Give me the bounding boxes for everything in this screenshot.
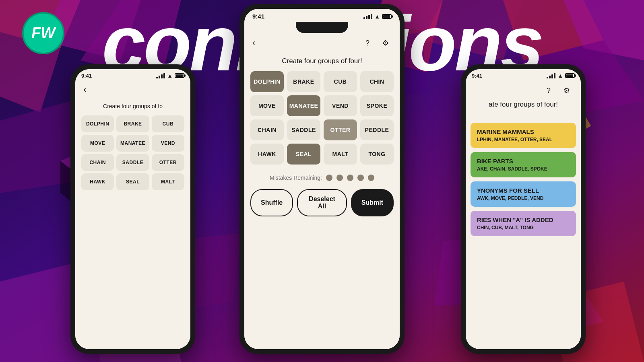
mistake-dot-3 — [347, 175, 353, 181]
action-buttons: Shuffle Deselect All Submit — [250, 189, 394, 216]
right-help-icon[interactable]: ? — [543, 84, 555, 97]
tile-chain[interactable]: CHAIN — [250, 119, 284, 140]
tile-cub[interactable]: CUB — [324, 71, 357, 92]
left-phone-status-icons: ▲ — [156, 72, 184, 79]
center-nav-icons: ? ⚙ — [361, 37, 392, 49]
result-cries: RIES WHEN "A" IS ADDED CHIN, CUB, MALT, … — [471, 211, 576, 236]
mistake-dot-5 — [368, 175, 374, 181]
marine-mammals-title: MARINE MAMMALS — [477, 128, 570, 135]
cries-words: CHIN, CUB, MALT, TONG — [477, 225, 570, 230]
center-back-button[interactable]: ‹ — [252, 38, 255, 48]
center-word-grid: DOLPHIN BRAKE CUB CHIN MOVE MANATEE VEND… — [250, 71, 394, 165]
center-battery-icon — [382, 14, 392, 19]
synonyms-words: AWK, MOVE, PEDDLE, VEND — [477, 195, 570, 201]
left-tile-brake[interactable]: BRAKE — [116, 115, 149, 132]
left-phone: 9:41 ▲ ‹ Create four groups of fo — [70, 64, 195, 354]
mistake-dot-4 — [357, 175, 364, 181]
result-bike-parts: BIKE PARTS AKE, CHAIN, SADDLE, SPOKE — [471, 152, 576, 177]
left-phone-game: Create four groups of fo DOLPHIN BRAKE C… — [75, 99, 190, 349]
center-signal-icon — [363, 14, 372, 19]
tile-move[interactable]: MOVE — [250, 95, 284, 116]
bike-parts-title: BIKE PARTS — [477, 158, 570, 165]
left-phone-status-bar: 9:41 ▲ — [75, 69, 190, 80]
help-icon[interactable]: ? — [361, 37, 374, 49]
right-game-title: ate four groups of four! — [471, 101, 576, 109]
marine-mammals-words: LPHIN, MANATEE, OTTER, SEAL — [477, 137, 570, 142]
left-back-button[interactable]: ‹ — [83, 84, 86, 95]
tile-hawk[interactable]: HAWK — [250, 144, 284, 165]
right-signal-icon — [547, 73, 555, 78]
tile-tong[interactable]: TONG — [360, 144, 394, 165]
tile-chin[interactable]: CHIN — [360, 71, 394, 92]
result-synonyms: YNONYMS FOR SELL AWK, MOVE, PEDDLE, VEND — [471, 181, 576, 207]
phone-notch — [296, 22, 348, 33]
synonyms-title: YNONYMS FOR SELL — [477, 187, 570, 194]
right-phone-nav: ? ⚙ — [466, 80, 581, 101]
tile-vend[interactable]: VEND — [324, 95, 357, 116]
fw-logo: FW — [22, 12, 64, 54]
center-phone-time: 9:41 — [252, 13, 264, 20]
center-phone: 9:41 ▲ ‹ ? — [239, 4, 405, 354]
left-tile-chain[interactable]: CHAIN — [81, 154, 114, 171]
left-tile-seal[interactable]: SEAL — [116, 173, 149, 190]
mistakes-label: Mistakes Remaining: — [270, 175, 322, 181]
settings-icon[interactable]: ⚙ — [380, 37, 392, 49]
bike-parts-words: AKE, CHAIN, SADDLE, SPOKE — [477, 166, 570, 172]
right-status-icons: ▲ — [547, 72, 575, 79]
right-settings-icon[interactable]: ⚙ — [561, 84, 573, 97]
tile-otter[interactable]: OTTER — [324, 119, 357, 140]
left-phone-time: 9:41 — [81, 73, 92, 79]
right-battery-icon — [565, 73, 575, 78]
tile-dolphin[interactable]: DOLPHIN — [250, 71, 284, 92]
left-tile-cub[interactable]: CUB — [152, 115, 184, 132]
center-phone-nav: ‹ ? ⚙ — [244, 33, 400, 53]
tile-malt[interactable]: MALT — [324, 144, 357, 165]
left-tile-manatee[interactable]: MANATEE — [116, 135, 149, 152]
right-nav-icons: ? ⚙ — [543, 84, 573, 97]
tile-saddle[interactable]: SADDLE — [287, 119, 320, 140]
right-phone: 9:41 ▲ ? ⚙ a — [461, 64, 586, 354]
tile-manatee[interactable]: MANATEE — [287, 95, 320, 116]
tile-peddle[interactable]: PEDDLE — [360, 119, 394, 140]
center-game-title: Create four groups of four! — [250, 57, 394, 65]
right-wifi-icon: ▲ — [557, 72, 563, 79]
left-tile-vend[interactable]: VEND — [152, 135, 184, 152]
center-status-bar: 9:41 ▲ — [244, 9, 400, 33]
shuffle-button[interactable]: Shuffle — [250, 189, 293, 216]
result-marine-mammals: MARINE MAMMALS LPHIN, MANATEE, OTTER, SE… — [471, 123, 576, 148]
signal-icon — [156, 73, 165, 78]
center-wifi-icon: ▲ — [374, 13, 380, 20]
deselect-button[interactable]: Deselect All — [297, 189, 347, 216]
left-tile-move[interactable]: MOVE — [81, 135, 114, 152]
mistakes-row: Mistakes Remaining: — [250, 175, 394, 181]
left-tile-malt[interactable]: MALT — [152, 173, 184, 190]
left-tile-dolphin[interactable]: DOLPHIN — [81, 115, 114, 132]
left-word-grid: DOLPHIN BRAKE CUB MOVE MANATEE VEND CHAI… — [81, 115, 184, 190]
center-status-icons: ▲ — [363, 13, 392, 20]
left-phone-nav: ‹ — [75, 80, 190, 99]
submit-button[interactable]: Submit — [351, 189, 394, 216]
right-phone-status-bar: 9:41 ▲ — [466, 69, 581, 80]
mistake-dot-1 — [326, 175, 332, 181]
tile-seal[interactable]: SEAL — [287, 144, 320, 165]
left-tile-otter[interactable]: OTTER — [152, 154, 184, 171]
tile-brake[interactable]: BRAKE — [287, 71, 320, 92]
right-phone-time: 9:41 — [472, 73, 482, 79]
left-game-title: Create four groups of fo — [81, 103, 184, 109]
center-game-content: Create four groups of four! DOLPHIN BRAK… — [244, 53, 400, 349]
mistake-dot-2 — [336, 175, 343, 181]
right-game-title-container: ate four groups of four! — [466, 101, 581, 119]
left-tile-hawk[interactable]: HAWK — [81, 173, 114, 190]
tile-spoke[interactable]: SPOKE — [360, 95, 394, 116]
wifi-icon: ▲ — [167, 72, 173, 79]
cries-title: RIES WHEN "A" IS ADDED — [477, 216, 570, 223]
battery-icon — [175, 73, 184, 78]
left-tile-saddle[interactable]: SADDLE — [116, 154, 149, 171]
results-content: MARINE MAMMALS LPHIN, MANATEE, OTTER, SE… — [466, 119, 581, 349]
